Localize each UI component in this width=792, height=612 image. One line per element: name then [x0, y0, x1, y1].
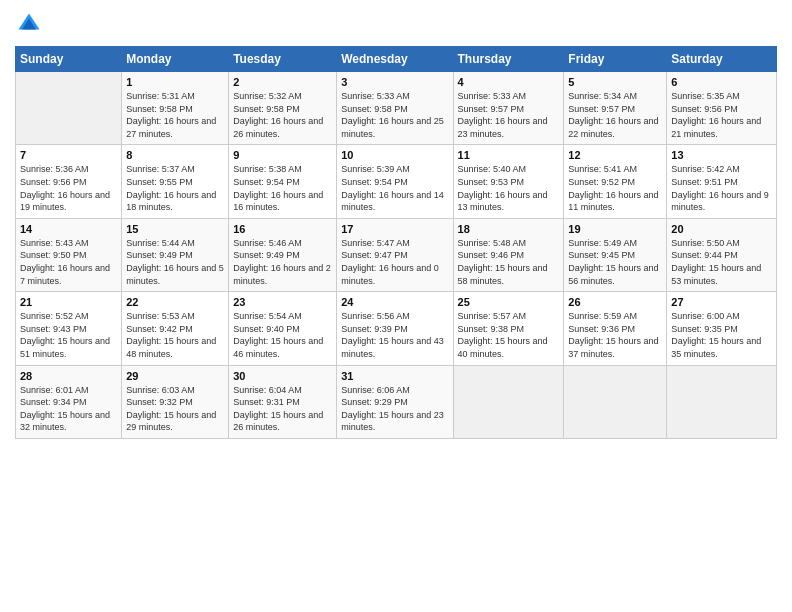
- col-header-saturday: Saturday: [667, 47, 777, 72]
- day-number: 9: [233, 149, 332, 161]
- day-number: 30: [233, 370, 332, 382]
- day-info: Sunrise: 5:33 AMSunset: 9:58 PMDaylight:…: [341, 90, 448, 140]
- day-info: Sunrise: 5:44 AMSunset: 9:49 PMDaylight:…: [126, 237, 224, 287]
- calendar-cell: 19Sunrise: 5:49 AMSunset: 9:45 PMDayligh…: [564, 218, 667, 291]
- calendar-cell: 25Sunrise: 5:57 AMSunset: 9:38 PMDayligh…: [453, 292, 564, 365]
- calendar-table: SundayMondayTuesdayWednesdayThursdayFrid…: [15, 46, 777, 439]
- day-number: 27: [671, 296, 772, 308]
- day-info: Sunrise: 5:49 AMSunset: 9:45 PMDaylight:…: [568, 237, 662, 287]
- calendar-cell: 6Sunrise: 5:35 AMSunset: 9:56 PMDaylight…: [667, 72, 777, 145]
- day-number: 7: [20, 149, 117, 161]
- day-number: 6: [671, 76, 772, 88]
- day-number: 2: [233, 76, 332, 88]
- day-info: Sunrise: 6:04 AMSunset: 9:31 PMDaylight:…: [233, 384, 332, 434]
- calendar-cell: 26Sunrise: 5:59 AMSunset: 9:36 PMDayligh…: [564, 292, 667, 365]
- day-info: Sunrise: 5:38 AMSunset: 9:54 PMDaylight:…: [233, 163, 332, 213]
- day-info: Sunrise: 5:52 AMSunset: 9:43 PMDaylight:…: [20, 310, 117, 360]
- page-header: [15, 10, 777, 38]
- day-number: 15: [126, 223, 224, 235]
- calendar-header-row: SundayMondayTuesdayWednesdayThursdayFrid…: [16, 47, 777, 72]
- day-info: Sunrise: 5:50 AMSunset: 9:44 PMDaylight:…: [671, 237, 772, 287]
- calendar-cell: 11Sunrise: 5:40 AMSunset: 9:53 PMDayligh…: [453, 145, 564, 218]
- calendar-cell: 27Sunrise: 6:00 AMSunset: 9:35 PMDayligh…: [667, 292, 777, 365]
- logo-icon: [15, 10, 43, 38]
- calendar-cell: 30Sunrise: 6:04 AMSunset: 9:31 PMDayligh…: [229, 365, 337, 438]
- calendar-cell: 24Sunrise: 5:56 AMSunset: 9:39 PMDayligh…: [337, 292, 453, 365]
- calendar-week-5: 28Sunrise: 6:01 AMSunset: 9:34 PMDayligh…: [16, 365, 777, 438]
- day-info: Sunrise: 5:47 AMSunset: 9:47 PMDaylight:…: [341, 237, 448, 287]
- day-number: 10: [341, 149, 448, 161]
- day-number: 11: [458, 149, 560, 161]
- calendar-cell: 9Sunrise: 5:38 AMSunset: 9:54 PMDaylight…: [229, 145, 337, 218]
- col-header-friday: Friday: [564, 47, 667, 72]
- day-number: 31: [341, 370, 448, 382]
- calendar-week-3: 14Sunrise: 5:43 AMSunset: 9:50 PMDayligh…: [16, 218, 777, 291]
- day-info: Sunrise: 5:35 AMSunset: 9:56 PMDaylight:…: [671, 90, 772, 140]
- day-number: 5: [568, 76, 662, 88]
- calendar-cell: 5Sunrise: 5:34 AMSunset: 9:57 PMDaylight…: [564, 72, 667, 145]
- day-number: 26: [568, 296, 662, 308]
- calendar-week-2: 7Sunrise: 5:36 AMSunset: 9:56 PMDaylight…: [16, 145, 777, 218]
- day-number: 1: [126, 76, 224, 88]
- calendar-cell: 13Sunrise: 5:42 AMSunset: 9:51 PMDayligh…: [667, 145, 777, 218]
- calendar-cell: 15Sunrise: 5:44 AMSunset: 9:49 PMDayligh…: [122, 218, 229, 291]
- day-number: 16: [233, 223, 332, 235]
- day-number: 13: [671, 149, 772, 161]
- day-info: Sunrise: 5:46 AMSunset: 9:49 PMDaylight:…: [233, 237, 332, 287]
- day-number: 29: [126, 370, 224, 382]
- day-info: Sunrise: 5:43 AMSunset: 9:50 PMDaylight:…: [20, 237, 117, 287]
- calendar-cell: 7Sunrise: 5:36 AMSunset: 9:56 PMDaylight…: [16, 145, 122, 218]
- day-number: 28: [20, 370, 117, 382]
- col-header-monday: Monday: [122, 47, 229, 72]
- logo: [15, 10, 47, 38]
- day-info: Sunrise: 5:54 AMSunset: 9:40 PMDaylight:…: [233, 310, 332, 360]
- day-number: 17: [341, 223, 448, 235]
- col-header-wednesday: Wednesday: [337, 47, 453, 72]
- calendar-cell: 17Sunrise: 5:47 AMSunset: 9:47 PMDayligh…: [337, 218, 453, 291]
- day-info: Sunrise: 6:01 AMSunset: 9:34 PMDaylight:…: [20, 384, 117, 434]
- day-number: 21: [20, 296, 117, 308]
- day-number: 20: [671, 223, 772, 235]
- calendar-cell: 22Sunrise: 5:53 AMSunset: 9:42 PMDayligh…: [122, 292, 229, 365]
- calendar-cell: 29Sunrise: 6:03 AMSunset: 9:32 PMDayligh…: [122, 365, 229, 438]
- day-info: Sunrise: 5:57 AMSunset: 9:38 PMDaylight:…: [458, 310, 560, 360]
- day-info: Sunrise: 5:33 AMSunset: 9:57 PMDaylight:…: [458, 90, 560, 140]
- day-info: Sunrise: 5:37 AMSunset: 9:55 PMDaylight:…: [126, 163, 224, 213]
- day-info: Sunrise: 5:41 AMSunset: 9:52 PMDaylight:…: [568, 163, 662, 213]
- day-number: 18: [458, 223, 560, 235]
- day-info: Sunrise: 5:40 AMSunset: 9:53 PMDaylight:…: [458, 163, 560, 213]
- day-info: Sunrise: 5:42 AMSunset: 9:51 PMDaylight:…: [671, 163, 772, 213]
- day-info: Sunrise: 5:48 AMSunset: 9:46 PMDaylight:…: [458, 237, 560, 287]
- day-info: Sunrise: 5:34 AMSunset: 9:57 PMDaylight:…: [568, 90, 662, 140]
- calendar-cell: 12Sunrise: 5:41 AMSunset: 9:52 PMDayligh…: [564, 145, 667, 218]
- calendar-cell: 28Sunrise: 6:01 AMSunset: 9:34 PMDayligh…: [16, 365, 122, 438]
- day-info: Sunrise: 5:39 AMSunset: 9:54 PMDaylight:…: [341, 163, 448, 213]
- calendar-week-4: 21Sunrise: 5:52 AMSunset: 9:43 PMDayligh…: [16, 292, 777, 365]
- day-number: 4: [458, 76, 560, 88]
- calendar-week-1: 1Sunrise: 5:31 AMSunset: 9:58 PMDaylight…: [16, 72, 777, 145]
- day-info: Sunrise: 5:31 AMSunset: 9:58 PMDaylight:…: [126, 90, 224, 140]
- day-info: Sunrise: 6:03 AMSunset: 9:32 PMDaylight:…: [126, 384, 224, 434]
- calendar-cell: [564, 365, 667, 438]
- day-number: 22: [126, 296, 224, 308]
- calendar-cell: 16Sunrise: 5:46 AMSunset: 9:49 PMDayligh…: [229, 218, 337, 291]
- day-info: Sunrise: 5:32 AMSunset: 9:58 PMDaylight:…: [233, 90, 332, 140]
- col-header-tuesday: Tuesday: [229, 47, 337, 72]
- calendar-cell: 14Sunrise: 5:43 AMSunset: 9:50 PMDayligh…: [16, 218, 122, 291]
- calendar-cell: 18Sunrise: 5:48 AMSunset: 9:46 PMDayligh…: [453, 218, 564, 291]
- day-info: Sunrise: 5:36 AMSunset: 9:56 PMDaylight:…: [20, 163, 117, 213]
- calendar-cell: 23Sunrise: 5:54 AMSunset: 9:40 PMDayligh…: [229, 292, 337, 365]
- calendar-cell: 3Sunrise: 5:33 AMSunset: 9:58 PMDaylight…: [337, 72, 453, 145]
- day-number: 8: [126, 149, 224, 161]
- day-number: 23: [233, 296, 332, 308]
- day-number: 24: [341, 296, 448, 308]
- calendar-cell: 1Sunrise: 5:31 AMSunset: 9:58 PMDaylight…: [122, 72, 229, 145]
- day-info: Sunrise: 5:53 AMSunset: 9:42 PMDaylight:…: [126, 310, 224, 360]
- col-header-thursday: Thursday: [453, 47, 564, 72]
- day-info: Sunrise: 5:56 AMSunset: 9:39 PMDaylight:…: [341, 310, 448, 360]
- col-header-sunday: Sunday: [16, 47, 122, 72]
- calendar-cell: 8Sunrise: 5:37 AMSunset: 9:55 PMDaylight…: [122, 145, 229, 218]
- day-number: 19: [568, 223, 662, 235]
- calendar-cell: 31Sunrise: 6:06 AMSunset: 9:29 PMDayligh…: [337, 365, 453, 438]
- calendar-cell: 4Sunrise: 5:33 AMSunset: 9:57 PMDaylight…: [453, 72, 564, 145]
